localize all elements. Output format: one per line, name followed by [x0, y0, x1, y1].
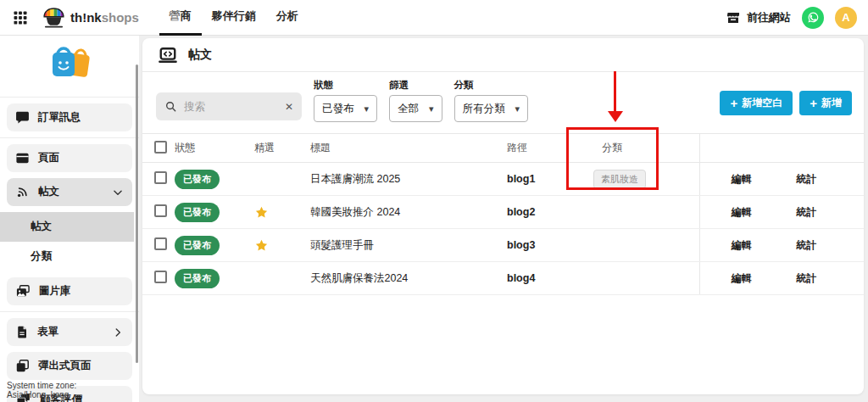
laptop-code-icon: [158, 46, 178, 64]
chevron-right-icon: [112, 327, 124, 338]
visit-site-button[interactable]: 前往網站: [726, 10, 791, 25]
shopping-bags-icon: [46, 46, 93, 87]
status-badge: 已發布: [175, 170, 220, 189]
popup-icon: [15, 359, 30, 373]
caret-down-icon: [429, 103, 434, 114]
edit-button[interactable]: 編輯: [727, 205, 752, 220]
stats-button[interactable]: 統計: [792, 238, 816, 253]
table-row: 已發布 頭髮護理手冊 blog3 編輯 統計: [142, 229, 864, 262]
stats-button[interactable]: 統計: [792, 271, 816, 286]
store-icon: [726, 10, 741, 25]
caret-down-icon: [515, 103, 520, 114]
post-title: 韓國美妝推介 2024: [310, 205, 507, 220]
visit-site-label: 前往網站: [747, 10, 791, 25]
edit-button[interactable]: 編輯: [727, 238, 752, 253]
select-all-checkbox[interactable]: [154, 141, 167, 154]
gallery-icon: [15, 284, 31, 299]
star-icon: [254, 205, 310, 220]
status-badge: 已發布: [175, 236, 220, 255]
brand-name-light: shops: [102, 10, 139, 25]
filter-label: 分類: [454, 79, 529, 92]
page-title: 帖文: [188, 47, 212, 63]
edit-button[interactable]: 編輯: [727, 172, 752, 187]
row-checkbox[interactable]: [154, 271, 167, 283]
topbar: th!nkshops 營商夥伴行銷分析 前往網站 A: [0, 0, 868, 36]
timezone-note: System time zone: Asia/Hong_kong: [7, 381, 139, 399]
whatsapp-icon: [806, 10, 821, 25]
tab-1[interactable]: 夥伴行銷: [202, 0, 266, 36]
post-title: 頭髮護理手冊: [310, 238, 507, 253]
add-blank-button[interactable]: 新增空白: [720, 91, 793, 115]
shop-logo: [0, 36, 139, 94]
filter-label: 狀態: [314, 79, 377, 92]
stats-button[interactable]: 統計: [792, 172, 816, 187]
post-title: 天然肌膚保養法2024: [310, 271, 507, 286]
divider: [0, 311, 139, 312]
sidebar-item-posts[interactable]: 帖文: [7, 178, 132, 206]
row-checkbox[interactable]: [154, 237, 167, 250]
table-row: 已發布 日本護膚潮流 2025 blog1 素肌妝造 編輯 統計: [142, 163, 864, 196]
sidebar-item-orders[interactable]: 訂單訊息: [7, 103, 132, 131]
form-icon: [15, 325, 29, 339]
row-checkbox[interactable]: [154, 204, 167, 217]
sidebar-item-gallery[interactable]: 圖片庫: [7, 277, 132, 305]
filter-select-2[interactable]: 所有分類: [454, 95, 529, 122]
col-featured: 精選: [254, 141, 310, 155]
brand-name-bold: th!nk: [70, 10, 102, 25]
edit-button[interactable]: 編輯: [727, 271, 752, 286]
plus-icon: [810, 97, 817, 110]
col-status: 狀態: [175, 141, 254, 155]
grid-icon: [12, 9, 29, 26]
apps-grid-button[interactable]: [12, 9, 29, 26]
row-checkbox[interactable]: [154, 171, 167, 184]
search-box[interactable]: ✕: [156, 92, 302, 120]
stats-button[interactable]: 統計: [792, 205, 816, 220]
pages-icon: [15, 151, 30, 165]
sidebar-subitem-posts-1[interactable]: 分類: [0, 242, 134, 271]
storefront-logo-icon: [42, 8, 65, 28]
chevron-down-icon: [112, 187, 124, 198]
tab-2[interactable]: 分析: [266, 0, 309, 36]
sidebar-item-forms[interactable]: 表單: [7, 318, 132, 346]
sidebar: 訂單訊息頁面帖文帖文分類圖片庫表單彈出式頁面顧客評價 System time z…: [0, 36, 139, 402]
filter-select-0[interactable]: 已發布: [314, 95, 377, 122]
brand-logo[interactable]: th!nkshops: [42, 8, 139, 28]
table-row: 已發布 韓國美妝推介 2024 blog2 編輯 統計: [142, 196, 864, 229]
table-body: 已發布 日本護膚潮流 2025 blog1 素肌妝造 編輯 統計 已發布 韓國美…: [142, 163, 864, 295]
divider: [0, 97, 139, 98]
primary-nav: 營商夥伴行銷分析: [159, 0, 309, 36]
col-title: 標題: [310, 141, 507, 155]
whatsapp-button[interactable]: [802, 7, 824, 29]
annotation-arrow-head: [608, 111, 623, 122]
filter-label: 篩選: [389, 79, 442, 92]
broadcast-icon: [15, 185, 30, 199]
search-input[interactable]: [184, 101, 278, 113]
post-path: blog4: [507, 272, 602, 284]
annotation-arrow-line: [614, 71, 616, 112]
table-header: 狀態 精選 標題 路徑 分類: [142, 133, 864, 163]
status-badge: 已發布: [175, 203, 220, 222]
avatar[interactable]: A: [835, 7, 857, 29]
status-badge: 已發布: [175, 269, 220, 288]
sidebar-item-pages[interactable]: 頁面: [7, 144, 132, 172]
tab-0[interactable]: 營商: [159, 0, 202, 36]
post-path: blog2: [507, 206, 602, 218]
sidebar-item-popups[interactable]: 彈出式頁面: [7, 352, 132, 380]
star-icon: [254, 238, 310, 253]
annotation-highlight-box: [566, 127, 659, 190]
sidebar-scrollbar[interactable]: [136, 64, 138, 363]
sidebar-subitem-posts-0[interactable]: 帖文: [0, 212, 134, 242]
add-button[interactable]: 新增: [799, 91, 852, 115]
search-icon: [164, 100, 177, 113]
filter-select-1[interactable]: 全部: [389, 95, 442, 122]
sidebar-menu: 訂單訊息頁面帖文帖文分類圖片庫表單彈出式頁面顧客評價: [0, 103, 139, 402]
divider: [0, 137, 139, 138]
col-actions: [699, 134, 864, 162]
post-path: blog3: [507, 239, 602, 251]
table-row: 已發布 天然肌膚保養法2024 blog4 編輯 統計: [142, 262, 864, 295]
clear-search-icon[interactable]: ✕: [285, 101, 293, 113]
posts-panel: 帖文 ✕ 狀態已發布篩選全部分類所有分類 新增空白 新增 狀態 精選 標題 路徑…: [142, 38, 864, 394]
post-title: 日本護膚潮流 2025: [310, 172, 507, 187]
plus-icon: [730, 97, 737, 110]
chat-bubble-icon: [15, 110, 30, 125]
